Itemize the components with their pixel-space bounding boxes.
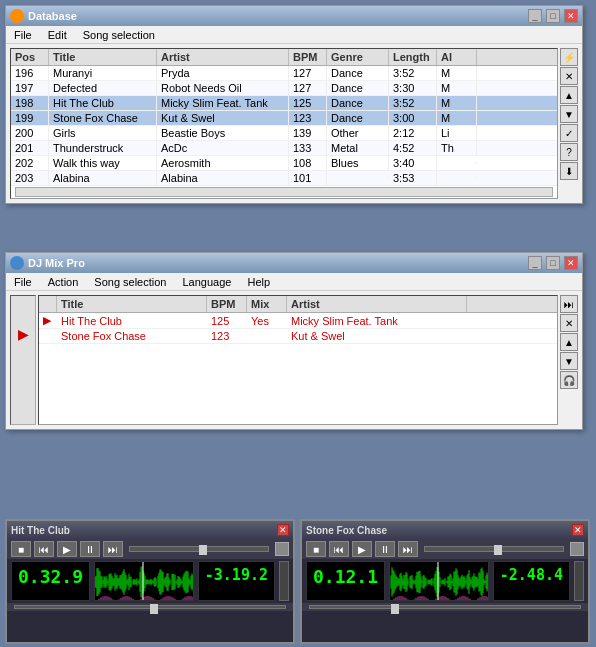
player-right-titlebar: Stone Fox Chase ✕ xyxy=(302,521,588,539)
database-icon xyxy=(10,9,24,23)
player-left-pitch[interactable] xyxy=(14,605,286,609)
player-right-bottom xyxy=(302,603,588,611)
player-left-time-pos: 0.32.9 xyxy=(11,561,90,601)
table-row[interactable]: 197 Defected Robot Needs Oil 127 Dance 3… xyxy=(11,81,557,96)
dj-table-header: Title BPM Mix Artist xyxy=(39,296,557,313)
player-left-pause[interactable]: ⏸ xyxy=(80,541,100,557)
dj-menubar: File Action Song selection Language Help xyxy=(6,273,582,291)
player-left-title: Hit The Club xyxy=(11,525,273,536)
horizontal-scrollbar[interactable] xyxy=(15,187,553,197)
dj-minimize-button[interactable]: _ xyxy=(528,256,542,270)
side-btn-lightning[interactable]: ⚡ xyxy=(560,48,578,66)
col-header-length[interactable]: Length xyxy=(389,49,437,65)
dj-side-btn-down[interactable]: ▼ xyxy=(560,352,578,370)
player-right: Stone Fox Chase ✕ ■ ⏮ ▶ ⏸ ⏭ 0.12.1 -2.48… xyxy=(300,519,590,644)
table-row[interactable]: 196 Muranyi Pryda 127 Dance 3:52 M xyxy=(11,66,557,81)
player-right-time-pos: 0.12.1 xyxy=(306,561,385,601)
player-left-position-slider[interactable] xyxy=(129,546,269,552)
player-left-controls: ■ ⏮ ▶ ⏸ ⏭ xyxy=(7,539,293,559)
database-window: Database _ □ ✕ File Edit Song selection … xyxy=(5,5,583,204)
dj-side-btn-headphones[interactable]: 🎧 xyxy=(560,371,578,389)
player-right-next[interactable]: ⏭ xyxy=(398,541,418,557)
play-indicator: ▶ xyxy=(18,326,29,342)
side-btn-export[interactable]: ⬇ xyxy=(560,162,578,180)
col-header-pos[interactable]: Pos xyxy=(11,49,49,65)
table-row[interactable]: 198 Hit The Club Micky Slim Feat. Tank 1… xyxy=(11,96,557,111)
player-right-volume[interactable] xyxy=(570,542,584,556)
dj-menu-action[interactable]: Action xyxy=(44,275,83,289)
player-right-play[interactable]: ▶ xyxy=(352,541,372,557)
dj-menu-file[interactable]: File xyxy=(10,275,36,289)
player-left-volume[interactable] xyxy=(275,542,289,556)
dj-table-body: ▶ Hit The Club 125 Yes Micky Slim Feat. … xyxy=(39,313,557,344)
dj-empty-area xyxy=(39,344,557,424)
col-header-artist[interactable]: Artist xyxy=(157,49,289,65)
player-right-prev[interactable]: ⏮ xyxy=(329,541,349,557)
dj-list-item[interactable]: Stone Fox Chase 123 Kut & Swel xyxy=(39,329,557,344)
dj-side-btn-skip[interactable]: ⏭ xyxy=(560,295,578,313)
player-left-display: 0.32.9 -3.19.2 xyxy=(7,559,293,603)
player-left-waveform xyxy=(94,561,194,601)
database-table-header: Pos Title Artist BPM Genre Length Al xyxy=(11,49,557,66)
dj-close-button[interactable]: ✕ xyxy=(564,256,578,270)
dj-col-mark xyxy=(39,296,57,312)
minimize-button[interactable]: _ xyxy=(528,9,542,23)
player-right-pitch[interactable] xyxy=(309,605,581,609)
dj-col-header-bpm[interactable]: BPM xyxy=(207,296,247,312)
side-btn-check[interactable]: ✓ xyxy=(560,124,578,142)
player-right-display: 0.12.1 -2.48.4 xyxy=(302,559,588,603)
player-left-close[interactable]: ✕ xyxy=(277,524,289,536)
dj-list-item[interactable]: ▶ Hit The Club 125 Yes Micky Slim Feat. … xyxy=(39,313,557,329)
database-titlebar: Database _ □ ✕ xyxy=(6,6,582,26)
dj-menu-song[interactable]: Song selection xyxy=(90,275,170,289)
dj-col-header-mix[interactable]: Mix xyxy=(247,296,287,312)
database-menubar: File Edit Song selection xyxy=(6,26,582,44)
dj-side-btn-close[interactable]: ✕ xyxy=(560,314,578,332)
side-btn-up[interactable]: ▲ xyxy=(560,86,578,104)
dj-side-btn-up[interactable]: ▲ xyxy=(560,333,578,351)
menu-file[interactable]: File xyxy=(10,28,36,42)
player-left-prev[interactable]: ⏮ xyxy=(34,541,54,557)
player-right-waveform xyxy=(389,561,489,601)
maximize-button[interactable]: □ xyxy=(546,9,560,23)
player-left-stop[interactable]: ■ xyxy=(11,541,31,557)
dj-col-header-title[interactable]: Title xyxy=(57,296,207,312)
table-row[interactable]: 203 Alabina Alabina 101 3:53 xyxy=(11,171,557,186)
dj-titlebar: DJ Mix Pro _ □ ✕ xyxy=(6,253,582,273)
table-row[interactable]: 200 Girls Beastie Boys 139 Other 2:12 Li xyxy=(11,126,557,141)
table-row[interactable]: 201 Thunderstruck AcDc 133 Metal 4:52 Th xyxy=(11,141,557,156)
player-right-position-slider[interactable] xyxy=(424,546,564,552)
player-left-next[interactable]: ⏭ xyxy=(103,541,123,557)
side-btn-question[interactable]: ? xyxy=(560,143,578,161)
dj-icon xyxy=(10,256,24,270)
col-header-al[interactable]: Al xyxy=(437,49,477,65)
player-left-titlebar: Hit The Club ✕ xyxy=(7,521,293,539)
col-header-bpm[interactable]: BPM xyxy=(289,49,327,65)
player-right-pitch-slider[interactable] xyxy=(574,561,584,601)
col-header-genre[interactable]: Genre xyxy=(327,49,389,65)
side-btn-down[interactable]: ▼ xyxy=(560,105,578,123)
dj-menu-language[interactable]: Language xyxy=(178,275,235,289)
player-right-time-neg: -2.48.4 xyxy=(493,561,570,601)
menu-edit[interactable]: Edit xyxy=(44,28,71,42)
menu-song-selection[interactable]: Song selection xyxy=(79,28,159,42)
table-row[interactable]: 202 Walk this way Aerosmith 108 Blues 3:… xyxy=(11,156,557,171)
player-right-controls: ■ ⏮ ▶ ⏸ ⏭ xyxy=(302,539,588,559)
player-left-time-neg: -3.19.2 xyxy=(198,561,275,601)
player-right-close[interactable]: ✕ xyxy=(572,524,584,536)
player-right-pause[interactable]: ⏸ xyxy=(375,541,395,557)
col-header-title[interactable]: Title xyxy=(49,49,157,65)
database-title: Database xyxy=(28,10,524,22)
table-row[interactable]: 199 Stone Fox Chase Kut & Swel 123 Dance… xyxy=(11,111,557,126)
dj-col-header-artist[interactable]: Artist xyxy=(287,296,467,312)
close-button[interactable]: ✕ xyxy=(564,9,578,23)
dj-maximize-button[interactable]: □ xyxy=(546,256,560,270)
side-btn-close[interactable]: ✕ xyxy=(560,67,578,85)
player-left-pitch-slider[interactable] xyxy=(279,561,289,601)
player-right-stop[interactable]: ■ xyxy=(306,541,326,557)
player-left-play[interactable]: ▶ xyxy=(57,541,77,557)
dj-menu-help[interactable]: Help xyxy=(243,275,274,289)
player-left-bottom xyxy=(7,603,293,611)
dj-window: DJ Mix Pro _ □ ✕ File Action Song select… xyxy=(5,252,583,430)
dj-title: DJ Mix Pro xyxy=(28,257,524,269)
